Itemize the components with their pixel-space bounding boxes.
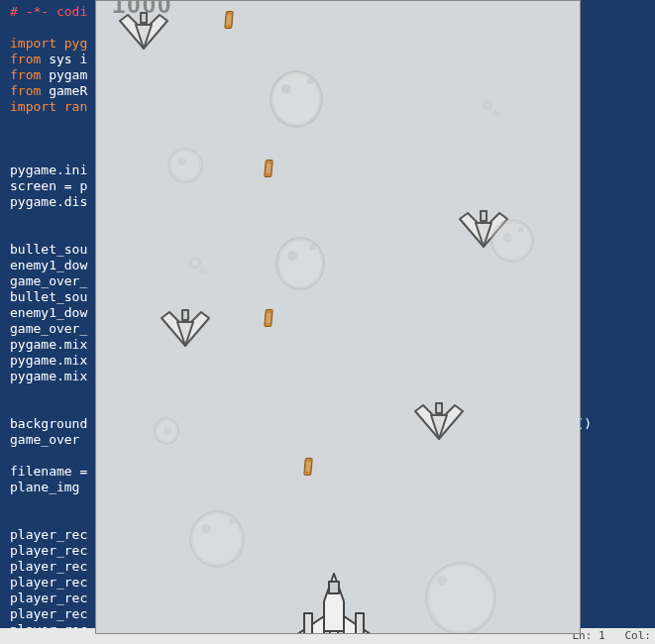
asteroid [275,237,325,290]
svg-rect-3 [436,403,442,413]
bullet [224,11,234,29]
game-window[interactable]: 1000 [95,0,581,634]
asteroid [483,100,492,110]
svg-rect-2 [182,310,188,320]
svg-rect-6 [330,631,338,634]
bullet [264,309,273,327]
svg-rect-5 [356,613,364,634]
asteroid [425,562,496,634]
col-number: Col: [625,629,652,642]
asteroid [270,70,323,128]
asteroid [189,257,201,268]
player-ship[interactable] [274,572,393,634]
enemy-ship [158,308,213,348]
asteroid [154,417,179,445]
asteroid [167,148,203,183]
bullet [303,458,313,476]
enemy-ship [116,11,171,51]
bullet [264,160,273,177]
asteroid [491,219,534,263]
code-line: # -*- codi [10,4,87,19]
asteroid [189,510,245,568]
svg-rect-0 [141,13,147,23]
svg-rect-1 [481,211,487,221]
svg-rect-4 [304,613,312,634]
enemy-ship [411,401,467,441]
